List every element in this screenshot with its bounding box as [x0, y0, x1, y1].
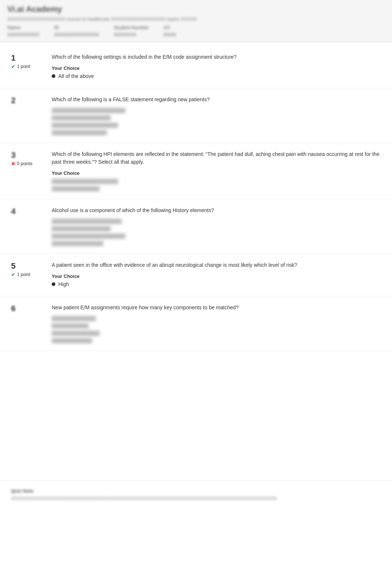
header-meta-extra: XX XXXX: [164, 25, 176, 37]
question-5-text: A patient seen in the office with eviden…: [52, 261, 381, 269]
header-meta-id-value: XXXXXXXXXXXXXX: [54, 32, 99, 37]
footer: Quiz Note XXXXXXXXXXXXXXXXXXXXXXXXXXXXXX…: [0, 480, 392, 508]
blurred-line-6b: [52, 323, 89, 329]
footer-text: XXXXXXXXXXXXXXXXXXXXXXXXXXXXXXXXXXXXXXXX…: [11, 496, 381, 501]
header-meta-extra-label: XX: [164, 25, 176, 30]
question-block-5: 5 ✔ 1 point A patient seen in the office…: [0, 254, 392, 296]
question-3-points: 0 points: [17, 161, 32, 166]
blurred-line-2c: [52, 123, 118, 128]
question-4-text: Alcohol use is a component of which of t…: [52, 207, 381, 214]
header-meta-name-value: XXXXXXXXXX: [7, 32, 39, 37]
question-6-body: New patient E/M assignments require how …: [52, 304, 381, 343]
blurred-line-3b: [52, 186, 100, 191]
question-3-score: ✖ 0 points: [11, 161, 32, 167]
question-1-points: 1 point: [17, 64, 30, 69]
question-block-2: 2 Which of the following is a FALSE stat…: [0, 88, 392, 143]
question-5-body: A patient seen in the office with eviden…: [52, 261, 381, 289]
question-1-body: Which of the following settings is inclu…: [52, 53, 381, 81]
header-meta-name: Name XXXXXXXXXX: [7, 25, 39, 37]
question-block-4: 4 Alcohol use is a component of which of…: [0, 199, 392, 254]
question-1-your-choice-label: Your Choice: [52, 65, 381, 71]
question-6-number: 6: [11, 304, 16, 313]
check-icon-5: ✔: [11, 272, 16, 278]
blurred-line-2a: [52, 108, 125, 113]
blurred-line-4a: [52, 219, 122, 224]
header-subtitle: XXXXXXXXXXXXXXXXXX course to healthcare …: [7, 16, 385, 22]
blurred-line-3a: [52, 179, 118, 184]
blurred-line-6a: [52, 316, 96, 321]
question-6-number-col: 6: [11, 304, 52, 343]
blurred-line-4c: [52, 234, 125, 239]
answer-dot-5: [52, 282, 55, 286]
blurred-line-4d: [52, 241, 103, 246]
question-1-number-col: 1 ✔ 1 point: [11, 53, 52, 81]
question-block-3: 3 ✖ 0 points Which of the following HPI …: [0, 143, 392, 199]
question-5-points: 1 point: [17, 272, 30, 277]
question-block-1: 1 ✔ 1 point Which of the following setti…: [0, 46, 392, 88]
question-6-text: New patient E/M assignments require how …: [52, 304, 381, 312]
blurred-line-6d: [52, 338, 92, 343]
question-1-text: Which of the following settings is inclu…: [52, 53, 381, 61]
header-meta-extra-value: XXXX: [164, 32, 176, 37]
spacer: [0, 351, 392, 469]
question-5-answer: High: [52, 281, 381, 287]
header-meta: Name XXXXXXXXXX ID XXXXXXXXXXXXXX Studen…: [7, 25, 385, 37]
question-5-number-col: 5 ✔ 1 point: [11, 261, 52, 289]
question-3-number-col: 3 ✖ 0 points: [11, 150, 52, 191]
question-3-your-choice-label: Your Choice: [52, 170, 381, 176]
question-5-score: ✔ 1 point: [11, 272, 30, 278]
header-meta-id: ID XXXXXXXXXXXXXX: [54, 25, 99, 37]
question-2-text: Which of the following is a FALSE statem…: [52, 96, 381, 103]
question-1-score: ✔ 1 point: [11, 64, 30, 69]
question-4-body: Alcohol use is a component of which of t…: [52, 207, 381, 246]
question-1-answer-text: All of the above: [58, 73, 94, 79]
blurred-line-6c: [52, 331, 100, 336]
header-meta-id-label: ID: [54, 25, 99, 30]
question-1-number: 1: [11, 54, 16, 62]
blurred-line-2d: [52, 130, 107, 135]
question-2-blurred-answers: [52, 108, 381, 135]
question-4-number: 4: [11, 207, 16, 215]
question-2-number-col: 2: [11, 96, 52, 135]
header-meta-name-label: Name: [7, 25, 39, 30]
blurred-line-2b: [52, 115, 111, 120]
question-1-answer: All of the above: [52, 73, 381, 79]
question-block-6: 6 New patient E/M assignments require ho…: [0, 296, 392, 351]
question-4-blurred-answers: [52, 219, 381, 246]
question-3-blurred-answers: [52, 179, 381, 191]
header-title: Vi.ai Academy: [7, 4, 385, 14]
question-5-answer-text: High: [58, 281, 69, 287]
question-6-blurred-answers: [52, 316, 381, 343]
question-3-text: Which of the following HPI elements are …: [52, 150, 381, 166]
question-2-body: Which of the following is a FALSE statem…: [52, 96, 381, 135]
main-content: 1 ✔ 1 point Which of the following setti…: [0, 42, 392, 473]
header: Vi.ai Academy XXXXXXXXXXXXXXXXXX course …: [0, 0, 392, 42]
question-5-your-choice-label: Your Choice: [52, 273, 381, 279]
question-4-number-col: 4: [11, 207, 52, 246]
header-meta-student-label: Student Number: [114, 25, 149, 30]
question-2-number: 2: [11, 96, 16, 105]
cross-icon-3: ✖: [11, 161, 16, 167]
check-icon-1: ✔: [11, 64, 16, 69]
question-3-body: Which of the following HPI elements are …: [52, 150, 381, 191]
blurred-line-4b: [52, 226, 111, 231]
answer-dot-1: [52, 74, 55, 78]
header-meta-student: Student Number XXXXXXX: [114, 25, 149, 37]
question-3-number: 3: [11, 151, 16, 159]
header-meta-student-value: XXXXXXX: [114, 32, 149, 37]
question-5-number: 5: [11, 262, 16, 270]
footer-label: Quiz Note: [11, 488, 381, 494]
